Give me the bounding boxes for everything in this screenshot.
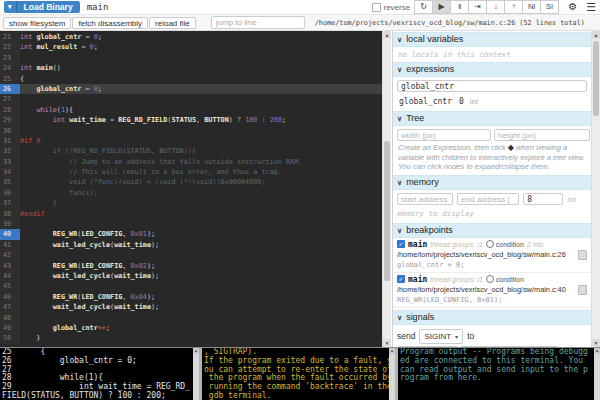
line-number[interactable]: 38 xyxy=(0,209,20,219)
editor-scrollbar-thumb[interactable] xyxy=(384,141,390,281)
step-out-icon[interactable]: ↑ xyxy=(504,0,523,14)
memory-start-address-input[interactable] xyxy=(397,193,453,205)
line-number[interactable]: 29 xyxy=(0,115,20,125)
code-text xyxy=(20,219,382,229)
line-number[interactable]: 35 xyxy=(0,177,20,187)
reverse-checkbox[interactable] xyxy=(372,3,381,12)
code-text: { xyxy=(20,74,382,84)
load-binary-button[interactable]: ▾ Load Binary xyxy=(4,1,80,13)
chevron-down-icon: ∨ xyxy=(397,311,402,324)
gdb-console-terminal[interactable]: , SIGTRAP). If the program exited due to… xyxy=(202,348,395,400)
code-text: global_cntr = 0; xyxy=(20,84,382,94)
jump-to-line-input[interactable] xyxy=(211,16,305,29)
breakpoint-path[interactable]: /home/tom/projects/vexriscv_ocd_blog/sw/… xyxy=(397,285,578,294)
line-number[interactable]: 39 xyxy=(0,219,20,229)
scroll-up-icon[interactable]: ▲ xyxy=(594,348,600,354)
line-number[interactable]: 27 xyxy=(0,94,20,104)
section-breakpoints[interactable]: ∨ breakpoints xyxy=(393,223,591,238)
pause-icon[interactable]: ‖ xyxy=(450,0,469,14)
line-number[interactable]: 36 xyxy=(0,188,20,198)
signal-select[interactable]: SIGINT ▾ xyxy=(419,329,463,344)
continue-icon[interactable]: ▶ xyxy=(432,0,451,14)
source-code-editor[interactable]: 21int global_cntr = 0;22int mul_result =… xyxy=(0,31,391,347)
scroll-up-icon[interactable]: ▲ xyxy=(592,31,600,39)
expression-result[interactable]: global_cntr0int xyxy=(393,94,591,109)
scroll-down-icon[interactable]: ▼ xyxy=(592,339,600,347)
gdb-terminal-scrollbar[interactable]: ▲ xyxy=(193,348,199,400)
sidebar-scrollbar-thumb[interactable] xyxy=(593,41,599,116)
code-line: 22int mul_result = 0; xyxy=(0,42,382,52)
step-into-icon[interactable]: ↓ xyxy=(486,0,505,14)
memory-bytes-input[interactable] xyxy=(523,193,563,205)
section-expressions[interactable]: ∨ expressions xyxy=(393,62,591,77)
gdb-terminal[interactable]: 25 { 26 global_cntr = 0; 27 28 while(1){… xyxy=(0,348,199,400)
line-number[interactable]: 22 xyxy=(0,42,20,52)
line-number[interactable]: 34 xyxy=(0,167,20,177)
output-scrollbar[interactable]: ▲ xyxy=(594,348,600,400)
section-title: signals xyxy=(406,311,434,324)
scroll-down-icon[interactable]: ▼ xyxy=(383,339,391,347)
line-number[interactable]: 43 xyxy=(0,261,20,271)
section-tree[interactable]: ∨ Tree xyxy=(393,111,591,126)
scroll-up-icon[interactable]: ▲ xyxy=(389,348,395,354)
show-filesystem-button[interactable]: show filesystem xyxy=(3,17,71,29)
line-number[interactable]: 48 xyxy=(0,313,20,323)
breakpoint-gutter[interactable]: 40 xyxy=(0,229,20,239)
chevron-down-icon[interactable]: ▾ xyxy=(4,1,17,13)
breakpoint-condition-button[interactable]: condition xyxy=(486,240,524,248)
line-number[interactable]: 44 xyxy=(0,271,20,281)
breakpoint-condition-button[interactable]: condition xyxy=(486,275,524,283)
chevron-down-icon: ∨ xyxy=(397,63,402,76)
expression-input[interactable] xyxy=(397,80,587,92)
next-instruction-button[interactable]: NI xyxy=(522,0,541,14)
memory-end-address-input[interactable] xyxy=(457,193,519,205)
binary-path-input[interactable] xyxy=(85,1,368,13)
line-number[interactable]: 45 xyxy=(0,281,20,291)
reload-file-button[interactable]: reload file xyxy=(149,17,196,29)
line-number[interactable]: 31 xyxy=(0,136,20,146)
line-number[interactable]: 21 xyxy=(0,32,20,42)
step-instruction-button[interactable]: SI xyxy=(540,0,559,14)
trash-icon[interactable] xyxy=(578,250,587,260)
line-number[interactable]: 49 xyxy=(0,323,20,333)
tree-width-input[interactable] xyxy=(397,129,491,141)
trash-icon[interactable] xyxy=(578,285,587,295)
load-binary-label[interactable]: Load Binary xyxy=(17,1,80,13)
code-text: REG_WR(LED_CONFIG, 0x01); xyxy=(20,229,382,239)
section-memory[interactable]: ∨ memory xyxy=(393,175,591,190)
program-output-terminal[interactable]: Program output -- Programs being debugg … xyxy=(398,348,600,400)
breakpoint-path[interactable]: /home/tom/projects/vexriscv_ocd_blog/sw/… xyxy=(397,250,578,259)
breakpoint-snippet: global_cntr = 0; xyxy=(397,261,587,269)
line-number[interactable]: 46 xyxy=(0,292,20,302)
section-signals[interactable]: ∨ signals xyxy=(393,310,591,325)
line-number[interactable]: 42 xyxy=(0,250,20,260)
code-line: 45 xyxy=(0,281,382,291)
breakpoint-gutter[interactable]: 26 xyxy=(0,84,20,94)
run-icon[interactable]: ↻ xyxy=(414,0,433,14)
editor-scrollbar[interactable]: ▲ ▼ xyxy=(382,31,391,347)
next-icon[interactable]: ⇥ xyxy=(468,0,487,14)
line-number[interactable]: 28 xyxy=(0,105,20,115)
tree-height-input[interactable] xyxy=(494,129,590,141)
sidebar-scrollbar[interactable]: ▲ ▼ xyxy=(591,31,600,347)
scroll-up-icon[interactable]: ▲ xyxy=(383,31,391,39)
menu-icon[interactable]: ☰ xyxy=(586,1,596,13)
line-number[interactable]: 30 xyxy=(0,126,20,136)
line-number[interactable]: 41 xyxy=(0,240,20,250)
line-number[interactable]: 32 xyxy=(0,146,20,156)
scroll-up-icon[interactable]: ▲ xyxy=(193,348,199,354)
gear-icon[interactable]: ⚙ xyxy=(568,1,577,13)
line-number[interactable]: 47 xyxy=(0,302,20,312)
console-scrollbar[interactable]: ▲ xyxy=(389,348,395,400)
chevron-down-icon: ∨ xyxy=(397,112,402,125)
line-number[interactable]: 50 xyxy=(0,333,20,343)
line-number[interactable]: 23 xyxy=(0,53,20,63)
breakpoint-checkbox[interactable]: ✓ xyxy=(397,275,405,283)
line-number[interactable]: 25 xyxy=(0,74,20,84)
section-local-variables[interactable]: ∨ local variables xyxy=(393,32,591,47)
breakpoint-checkbox[interactable]: ✓ xyxy=(397,240,405,248)
line-number[interactable]: 33 xyxy=(0,157,20,167)
fetch-disassembly-button[interactable]: fetch disassembly xyxy=(72,17,148,29)
line-number[interactable]: 24 xyxy=(0,63,20,73)
line-number[interactable]: 37 xyxy=(0,198,20,208)
